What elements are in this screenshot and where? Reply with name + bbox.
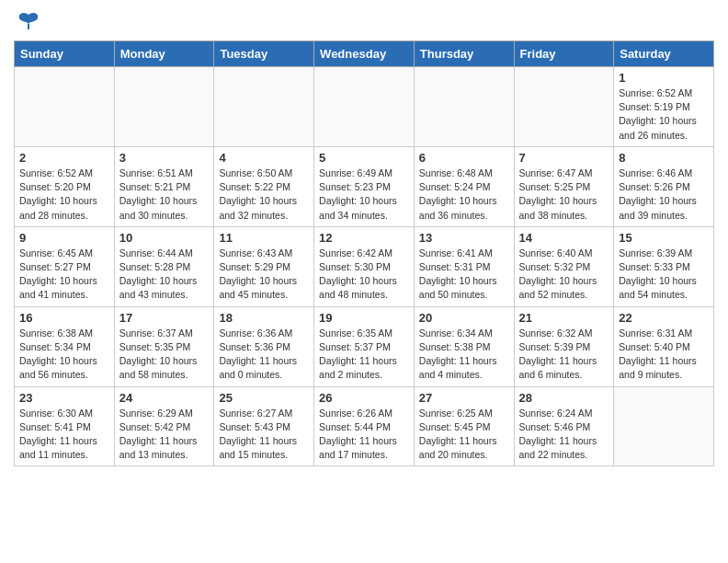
day-number: 20 xyxy=(419,311,509,325)
day-info: Sunrise: 6:49 AM Sunset: 5:23 PM Dayligh… xyxy=(319,167,409,223)
calendar-day-cell: 20Sunrise: 6:34 AM Sunset: 5:38 PM Dayli… xyxy=(414,306,514,386)
day-info: Sunrise: 6:41 AM Sunset: 5:31 PM Dayligh… xyxy=(419,247,509,303)
day-info: Sunrise: 6:42 AM Sunset: 5:30 PM Dayligh… xyxy=(319,247,409,303)
day-number: 4 xyxy=(219,151,309,165)
calendar-header-row: SundayMondayTuesdayWednesdayThursdayFrid… xyxy=(15,41,714,67)
calendar-day-header: Wednesday xyxy=(314,41,415,67)
day-number: 7 xyxy=(519,151,609,165)
day-info: Sunrise: 6:45 AM Sunset: 5:27 PM Dayligh… xyxy=(19,247,109,303)
logo-bird-icon xyxy=(16,9,41,40)
day-info: Sunrise: 6:43 AM Sunset: 5:29 PM Dayligh… xyxy=(219,247,309,303)
day-info: Sunrise: 6:26 AM Sunset: 5:44 PM Dayligh… xyxy=(319,407,409,463)
day-info: Sunrise: 6:34 AM Sunset: 5:38 PM Dayligh… xyxy=(419,327,509,383)
day-number: 1 xyxy=(619,71,709,85)
page: SundayMondayTuesdayWednesdayThursdayFrid… xyxy=(0,0,728,476)
day-info: Sunrise: 6:51 AM Sunset: 5:21 PM Dayligh… xyxy=(119,167,210,223)
calendar-day-header: Tuesday xyxy=(214,41,314,67)
day-info: Sunrise: 6:50 AM Sunset: 5:22 PM Dayligh… xyxy=(219,167,309,223)
calendar-day-cell: 5Sunrise: 6:49 AM Sunset: 5:23 PM Daylig… xyxy=(314,146,415,226)
logo xyxy=(14,9,41,35)
calendar-day-header: Friday xyxy=(514,41,614,67)
day-number: 15 xyxy=(619,231,709,245)
calendar-week-row: 2Sunrise: 6:52 AM Sunset: 5:20 PM Daylig… xyxy=(15,146,714,226)
calendar-week-row: 1Sunrise: 6:52 AM Sunset: 5:19 PM Daylig… xyxy=(15,67,714,147)
day-info: Sunrise: 6:48 AM Sunset: 5:24 PM Dayligh… xyxy=(419,167,509,223)
day-info: Sunrise: 6:40 AM Sunset: 5:32 PM Dayligh… xyxy=(519,247,609,303)
calendar-day-cell: 25Sunrise: 6:27 AM Sunset: 5:43 PM Dayli… xyxy=(214,386,314,466)
day-info: Sunrise: 6:32 AM Sunset: 5:39 PM Dayligh… xyxy=(519,327,609,383)
day-number: 19 xyxy=(319,311,409,325)
day-number: 23 xyxy=(19,391,109,405)
calendar-day-cell: 21Sunrise: 6:32 AM Sunset: 5:39 PM Dayli… xyxy=(514,306,614,386)
calendar-day-header: Monday xyxy=(114,41,214,67)
calendar-day-cell: 13Sunrise: 6:41 AM Sunset: 5:31 PM Dayli… xyxy=(414,226,514,306)
day-number: 22 xyxy=(619,311,709,325)
calendar-day-cell xyxy=(414,67,514,147)
calendar-day-cell: 6Sunrise: 6:48 AM Sunset: 5:24 PM Daylig… xyxy=(414,146,514,226)
day-number: 28 xyxy=(519,391,609,405)
calendar-day-cell: 9Sunrise: 6:45 AM Sunset: 5:27 PM Daylig… xyxy=(15,226,115,306)
calendar-day-cell: 1Sunrise: 6:52 AM Sunset: 5:19 PM Daylig… xyxy=(614,67,714,147)
calendar-day-cell: 15Sunrise: 6:39 AM Sunset: 5:33 PM Dayli… xyxy=(614,226,714,306)
day-number: 14 xyxy=(519,231,609,245)
calendar-day-cell: 16Sunrise: 6:38 AM Sunset: 5:34 PM Dayli… xyxy=(15,306,115,386)
calendar-day-cell: 27Sunrise: 6:25 AM Sunset: 5:45 PM Dayli… xyxy=(414,386,514,466)
day-info: Sunrise: 6:44 AM Sunset: 5:28 PM Dayligh… xyxy=(119,247,210,303)
day-number: 21 xyxy=(519,311,609,325)
day-info: Sunrise: 6:27 AM Sunset: 5:43 PM Dayligh… xyxy=(219,407,309,463)
day-info: Sunrise: 6:39 AM Sunset: 5:33 PM Dayligh… xyxy=(619,247,709,303)
calendar-day-header: Sunday xyxy=(15,41,115,67)
calendar-day-cell: 7Sunrise: 6:47 AM Sunset: 5:25 PM Daylig… xyxy=(514,146,614,226)
calendar-week-row: 23Sunrise: 6:30 AM Sunset: 5:41 PM Dayli… xyxy=(15,386,714,466)
day-info: Sunrise: 6:52 AM Sunset: 5:19 PM Dayligh… xyxy=(619,86,709,143)
calendar-day-cell: 28Sunrise: 6:24 AM Sunset: 5:46 PM Dayli… xyxy=(514,386,614,466)
day-number: 17 xyxy=(119,311,210,325)
calendar-day-cell: 11Sunrise: 6:43 AM Sunset: 5:29 PM Dayli… xyxy=(214,226,314,306)
day-number: 16 xyxy=(19,311,109,325)
day-info: Sunrise: 6:36 AM Sunset: 5:36 PM Dayligh… xyxy=(219,327,309,383)
day-info: Sunrise: 6:37 AM Sunset: 5:35 PM Dayligh… xyxy=(119,327,210,383)
day-info: Sunrise: 6:47 AM Sunset: 5:25 PM Dayligh… xyxy=(519,167,609,223)
calendar-day-cell: 23Sunrise: 6:30 AM Sunset: 5:41 PM Dayli… xyxy=(15,386,115,466)
calendar-day-cell: 26Sunrise: 6:26 AM Sunset: 5:44 PM Dayli… xyxy=(314,386,415,466)
day-number: 8 xyxy=(619,151,709,165)
header xyxy=(14,9,714,35)
day-info: Sunrise: 6:52 AM Sunset: 5:20 PM Dayligh… xyxy=(19,167,109,223)
calendar-day-cell xyxy=(314,67,415,147)
calendar-day-cell: 4Sunrise: 6:50 AM Sunset: 5:22 PM Daylig… xyxy=(214,146,314,226)
day-info: Sunrise: 6:46 AM Sunset: 5:26 PM Dayligh… xyxy=(619,167,709,223)
day-info: Sunrise: 6:25 AM Sunset: 5:45 PM Dayligh… xyxy=(419,407,509,463)
calendar-day-cell: 17Sunrise: 6:37 AM Sunset: 5:35 PM Dayli… xyxy=(114,306,214,386)
day-info: Sunrise: 6:29 AM Sunset: 5:42 PM Dayligh… xyxy=(119,407,210,463)
calendar-day-cell xyxy=(514,67,614,147)
day-number: 6 xyxy=(419,151,509,165)
calendar-table: SundayMondayTuesdayWednesdayThursdayFrid… xyxy=(14,40,714,466)
day-info: Sunrise: 6:38 AM Sunset: 5:34 PM Dayligh… xyxy=(19,327,109,383)
day-number: 3 xyxy=(119,151,210,165)
day-number: 13 xyxy=(419,231,509,245)
calendar-day-cell xyxy=(214,67,314,147)
calendar-day-header: Saturday xyxy=(614,41,714,67)
day-info: Sunrise: 6:35 AM Sunset: 5:37 PM Dayligh… xyxy=(319,327,409,383)
day-number: 10 xyxy=(119,231,210,245)
day-info: Sunrise: 6:31 AM Sunset: 5:40 PM Dayligh… xyxy=(619,327,709,383)
calendar-week-row: 16Sunrise: 6:38 AM Sunset: 5:34 PM Dayli… xyxy=(15,306,714,386)
calendar-day-cell: 10Sunrise: 6:44 AM Sunset: 5:28 PM Dayli… xyxy=(114,226,214,306)
day-number: 24 xyxy=(119,391,210,405)
calendar-day-cell xyxy=(114,67,214,147)
calendar-day-cell: 18Sunrise: 6:36 AM Sunset: 5:36 PM Dayli… xyxy=(214,306,314,386)
day-number: 25 xyxy=(219,391,309,405)
day-number: 18 xyxy=(219,311,309,325)
calendar-day-cell: 19Sunrise: 6:35 AM Sunset: 5:37 PM Dayli… xyxy=(314,306,415,386)
day-number: 5 xyxy=(319,151,409,165)
calendar-day-cell: 8Sunrise: 6:46 AM Sunset: 5:26 PM Daylig… xyxy=(614,146,714,226)
day-number: 11 xyxy=(219,231,309,245)
day-number: 27 xyxy=(419,391,509,405)
calendar-week-row: 9Sunrise: 6:45 AM Sunset: 5:27 PM Daylig… xyxy=(15,226,714,306)
day-number: 9 xyxy=(19,231,109,245)
day-info: Sunrise: 6:24 AM Sunset: 5:46 PM Dayligh… xyxy=(519,407,609,463)
calendar-day-cell: 12Sunrise: 6:42 AM Sunset: 5:30 PM Dayli… xyxy=(314,226,415,306)
calendar-day-cell: 2Sunrise: 6:52 AM Sunset: 5:20 PM Daylig… xyxy=(15,146,115,226)
calendar-day-cell: 3Sunrise: 6:51 AM Sunset: 5:21 PM Daylig… xyxy=(114,146,214,226)
calendar-day-cell xyxy=(614,386,714,466)
